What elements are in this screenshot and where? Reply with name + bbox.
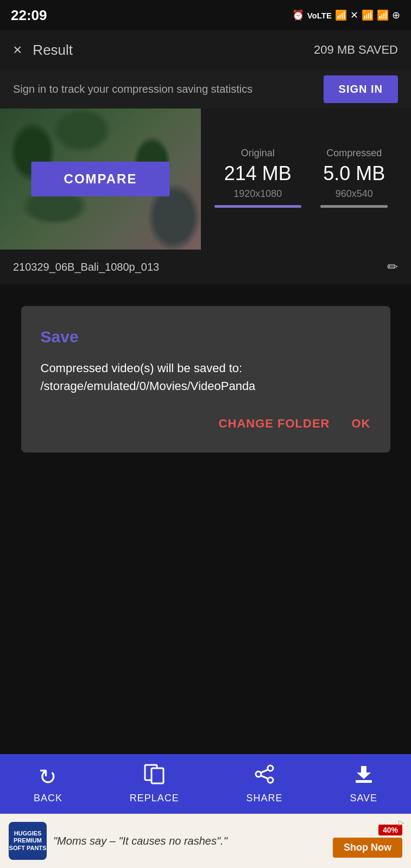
ok-button[interactable]: OK	[352, 417, 371, 431]
ad-content: HUGGIESPREMIUMSOFT PANTS "Moms say – "It…	[9, 822, 326, 860]
stats-panel: Original 214 MB 1920x1080 Compressed 5.0…	[201, 108, 411, 250]
lte-icon: VoLTE	[307, 11, 332, 20]
ad-shop-button[interactable]: Shop Now	[333, 838, 402, 858]
ad-headline: "Moms say – "It causes no rashes"."	[53, 835, 326, 847]
dialog-body: Compressed video(s) will be saved to: /s…	[41, 359, 371, 395]
wifi-icon: 📶	[335, 9, 347, 21]
signal-icon: ✕	[350, 9, 358, 21]
save-dialog: Save Compressed video(s) will be saved t…	[21, 306, 390, 452]
nav-item-share[interactable]: SHARE	[246, 764, 283, 804]
nav-label-save: SAVE	[350, 793, 377, 804]
ad-logo-text: HUGGIESPREMIUMSOFT PANTS	[9, 830, 47, 852]
status-time: 22:09	[11, 7, 47, 24]
filename-text: 210329_06B_Bali_1080p_013	[13, 261, 159, 273]
original-bar	[214, 205, 301, 208]
svg-rect-7	[356, 780, 372, 783]
sign-in-button[interactable]: SIGN IN	[324, 75, 398, 103]
clock-icon: ⏰	[292, 9, 304, 21]
dialog-actions: CHANGE FOLDER OK	[41, 417, 371, 431]
save-icon	[353, 764, 374, 789]
nav-item-replace[interactable]: REPLACE	[130, 764, 179, 804]
video-thumbnail: COMPARE	[0, 108, 201, 250]
ad-text-area: "Moms say – "It causes no rashes"."	[53, 835, 326, 847]
share-icon	[254, 764, 275, 789]
signin-prompt-text: Sign in to track your compression saving…	[13, 83, 252, 95]
compare-button[interactable]: COMPARE	[31, 162, 170, 196]
original-col: Original 214 MB 1920x1080	[210, 148, 306, 208]
header-title: Result	[33, 42, 73, 59]
original-dimensions: 1920x1080	[210, 188, 306, 200]
close-button[interactable]: ×	[13, 41, 22, 59]
battery-icon: 📶	[377, 9, 389, 21]
compressed-col: Compressed 5.0 MB 960x540	[306, 148, 403, 208]
ad-banner: HUGGIESPREMIUMSOFT PANTS "Moms say – "It…	[0, 814, 411, 868]
dialog-title: Save	[41, 328, 371, 346]
svg-point-2	[268, 765, 273, 771]
nav-item-save[interactable]: SAVE	[350, 764, 377, 804]
nav-label-back: BACK	[34, 793, 62, 804]
svg-rect-1	[151, 768, 163, 783]
edit-filename-icon[interactable]: ✏	[387, 259, 398, 275]
nav-item-back[interactable]: ↻ BACK	[34, 764, 62, 804]
original-label: Original	[210, 148, 306, 159]
content-spacer	[0, 474, 411, 713]
bottom-nav: ↻ BACK REPLACE SHARE	[0, 754, 411, 814]
stats-labels-row: Original 214 MB 1920x1080 Compressed 5.0…	[210, 148, 402, 208]
ad-indicator: ▷	[399, 818, 404, 827]
filename-bar: 210329_06B_Bali_1080p_013 ✏	[0, 250, 411, 284]
original-size: 214 MB	[210, 162, 306, 185]
status-icons: ⏰ VoLTE 📶 ✕ 📶 📶 ⊕	[292, 9, 400, 21]
svg-point-3	[256, 771, 261, 777]
svg-line-5	[261, 770, 268, 773]
header-saved-text: 209 MB SAVED	[314, 43, 398, 57]
signal2-icon: 📶	[362, 9, 374, 21]
header: × Result 209 MB SAVED	[0, 30, 411, 69]
ad-right: 40% Shop Now	[333, 825, 402, 858]
compressed-dimensions: 960x540	[306, 188, 403, 200]
nav-label-share: SHARE	[246, 793, 283, 804]
header-left: × Result	[13, 41, 73, 59]
change-folder-button[interactable]: CHANGE FOLDER	[219, 417, 330, 431]
status-bar: 22:09 ⏰ VoLTE 📶 ✕ 📶 📶 ⊕	[0, 0, 411, 30]
video-section: COMPARE Original 214 MB 1920x1080 Compre…	[0, 108, 411, 250]
svg-line-6	[261, 776, 268, 778]
plus-circle-icon: ⊕	[392, 9, 400, 21]
compressed-size: 5.0 MB	[306, 162, 403, 185]
svg-point-4	[268, 777, 273, 783]
signin-bar: Sign in to track your compression saving…	[0, 69, 411, 108]
compressed-label: Compressed	[306, 148, 403, 159]
nav-label-replace: REPLACE	[130, 793, 179, 804]
replace-icon	[144, 764, 165, 789]
compressed-bar	[320, 205, 388, 208]
dialog-overlay: Save Compressed video(s) will be saved t…	[0, 284, 411, 474]
ad-logo: HUGGIESPREMIUMSOFT PANTS	[9, 822, 47, 860]
back-icon: ↻	[39, 764, 57, 789]
